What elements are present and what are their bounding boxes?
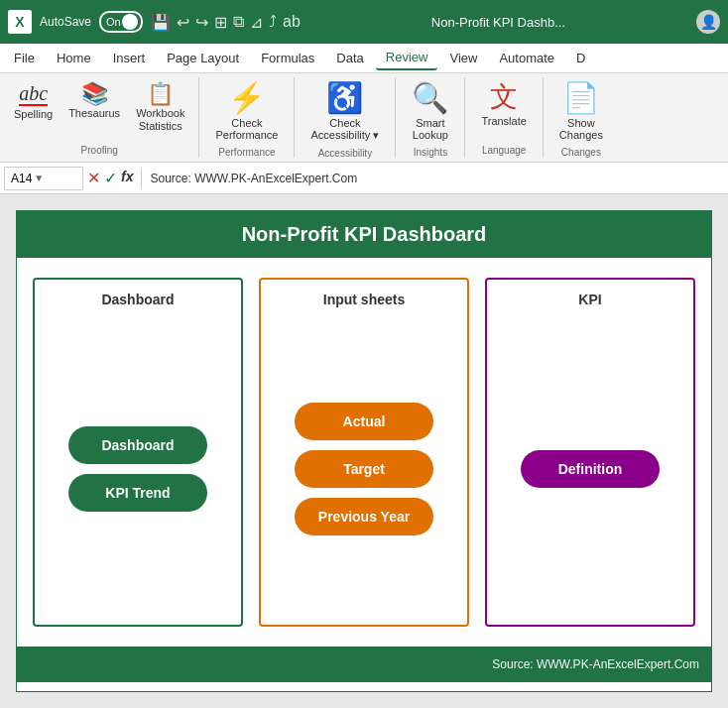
document-title: Non-Profit KPI Dashb... [308,15,688,30]
source-text: Source: WWW.PK-AnExcelExpert.Com [492,657,699,671]
accessibility-items: ♿ CheckAccessibility ▾ [303,79,387,146]
check-accessibility-button[interactable]: ♿ CheckAccessibility ▾ [303,79,387,146]
ribbon: abc Spelling 📚 Thesaurus 📋 WorkbookStati… [0,73,728,163]
insights-items: 🔍 SmartLookup [404,79,456,145]
performance-items: ⚡ CheckPerformance [207,79,286,145]
redo-icon[interactable]: ↪ [195,13,208,32]
input-sheets-section-title: Input sheets [273,292,455,307]
table-icon[interactable]: ⊞ [214,13,227,32]
check-performance-icon: ⚡ [228,83,265,113]
excel-content: Non-Profit KPI Dashboard Dashboard Dashb… [16,210,712,692]
thesaurus-label: Thesaurus [68,107,120,120]
kpi-trend-button[interactable]: KPI Trend [68,474,207,512]
nav-panel: Dashboard Dashboard KPI Trend Input shee… [17,258,711,647]
undo-icon[interactable]: ↩ [177,13,189,32]
actual-button[interactable]: Actual [295,403,433,440]
check-performance-button[interactable]: ⚡ CheckPerformance [207,79,286,145]
user-avatar[interactable]: 👤 [696,10,720,34]
menu-page-layout[interactable]: Page Layout [157,47,249,69]
changes-label: Changes [561,147,601,158]
show-changes-button[interactable]: 📄 ShowChanges [551,79,611,145]
kpi-section-title: KPI [499,292,681,307]
cell-ref-value: A14 [11,172,32,185]
input-sheets-section: Input sheets Actual Target Previous Year [259,278,469,627]
kpi-section: KPI Definition [485,278,695,627]
menu-more[interactable]: D [566,47,595,69]
menu-insert[interactable]: Insert [103,47,156,69]
thesaurus-icon: 📚 [81,83,108,105]
dashboard-section: Dashboard Dashboard KPI Trend [33,278,243,627]
ribbon-group-proofing: abc Spelling 📚 Thesaurus 📋 WorkbookStati… [0,77,199,158]
cell-reference[interactable]: A14 ▼ [4,167,83,190]
changes-items: 📄 ShowChanges [551,79,611,145]
excel-logo: X [8,10,32,34]
menu-home[interactable]: Home [47,47,101,69]
formula-icons: ✕ ✓ fx [87,169,133,187]
spell-icon[interactable]: ab [283,13,301,31]
autosave-label: AutoSave [40,15,91,29]
menu-review[interactable]: Review [376,46,438,70]
dashboard-button[interactable]: Dashboard [68,426,207,464]
share-icon[interactable]: ⤴ [269,13,277,31]
check-accessibility-label: CheckAccessibility ▾ [310,117,379,142]
performance-label: Performance [218,147,275,158]
workbook-stats-label: WorkbookStatistics [136,107,184,133]
show-changes-label: ShowChanges [559,117,603,141]
thesaurus-button[interactable]: 📚 Thesaurus [62,79,126,124]
show-changes-icon: 📄 [562,83,599,113]
definition-button[interactable]: Definition [521,450,660,488]
menu-data[interactable]: Data [326,47,373,69]
formula-cross-icon[interactable]: ✕ [87,169,100,187]
menu-bar: File Home Insert Page Layout Formulas Da… [0,44,728,73]
dashboard-title: Non-Profit KPI Dashboard [17,211,711,258]
spelling-button[interactable]: abc Spelling [8,79,59,125]
workbook-stats-icon: 📋 [147,83,174,105]
title-bar: X AutoSave On 💾 ↩ ↪ ⊞ ⧉ ⊿ ⤴ ab Non-Profi… [0,0,728,44]
previous-year-button[interactable]: Previous Year [295,498,433,535]
smart-lookup-button[interactable]: 🔍 SmartLookup [404,79,456,145]
cell-ref-dropdown[interactable]: ▼ [34,173,44,183]
input-sheets-nav-buttons: Actual Target Previous Year [273,325,455,613]
spelling-label: Spelling [14,108,53,121]
language-items: 文 Translate [473,79,534,143]
language-label: Language [482,145,527,156]
dashboard-section-title: Dashboard [47,292,229,307]
translate-label: Translate [481,115,526,127]
menu-automate[interactable]: Automate [489,47,564,69]
ribbon-group-performance: ⚡ CheckPerformance Performance [199,77,295,158]
title-bar-icons: 💾 ↩ ↪ ⊞ ⧉ ⊿ ⤴ ab [151,13,301,32]
translate-button[interactable]: 文 Translate [473,79,534,131]
ribbon-group-accessibility: ♿ CheckAccessibility ▾ Accessibility [295,77,396,158]
menu-view[interactable]: View [439,47,487,69]
accessibility-label: Accessibility [318,148,372,159]
filter-icon[interactable]: ⊿ [250,13,263,32]
translate-icon: 文 [490,83,518,111]
workbook-stats-button[interactable]: 📋 WorkbookStatistics [130,79,190,137]
shapes-icon[interactable]: ⧉ [233,13,244,31]
smart-lookup-label: SmartLookup [413,117,448,141]
check-performance-label: CheckPerformance [215,117,278,141]
spreadsheet-area: Non-Profit KPI Dashboard Dashboard Dashb… [0,194,728,708]
formula-value[interactable]: Source: WWW.PK-AnExcelExpert.Com [150,172,724,185]
dashboard-nav-buttons: Dashboard KPI Trend [47,325,229,613]
proofing-items: abc Spelling 📚 Thesaurus 📋 WorkbookStati… [8,79,190,143]
title-bar-right: 👤 [696,10,720,34]
autosave-toggle[interactable]: On [99,11,143,33]
formula-check-icon[interactable]: ✓ [104,169,117,187]
menu-formulas[interactable]: Formulas [251,47,324,69]
insights-label: Insights [414,147,447,158]
smart-lookup-icon: 🔍 [412,83,448,113]
ribbon-group-changes: 📄 ShowChanges Changes [544,77,619,158]
ribbon-group-insights: 🔍 SmartLookup Insights [396,77,465,158]
target-button[interactable]: Target [295,450,433,488]
kpi-nav-buttons: Definition [499,325,681,613]
menu-file[interactable]: File [4,47,45,69]
toggle-on-text: On [106,16,121,28]
formula-fx-icon[interactable]: fx [121,169,133,187]
formula-divider [141,169,142,188]
formula-bar: A14 ▼ ✕ ✓ fx Source: WWW.PK-AnExcelExper… [0,163,728,194]
save-icon[interactable]: 💾 [151,13,171,32]
proofing-label: Proofing [81,145,118,156]
dashboard-title-text: Non-Profit KPI Dashboard [242,223,487,245]
source-footer: Source: WWW.PK-AnExcelExpert.Com [17,647,711,682]
